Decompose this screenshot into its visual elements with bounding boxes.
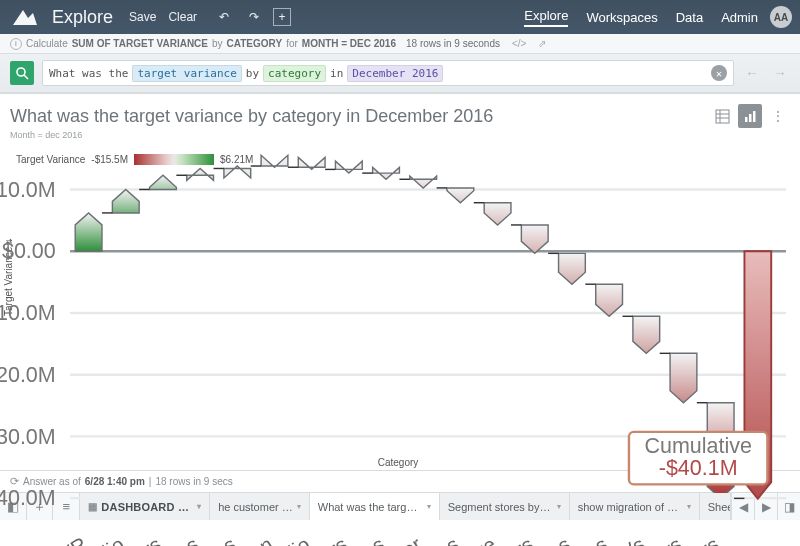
chevron-down-icon[interactable]: ▾: [557, 502, 561, 511]
waterfall-bar[interactable]: [559, 253, 586, 284]
user-avatar[interactable]: AA: [770, 6, 792, 28]
chart-plot[interactable]: $10.0M$0.00-$10.0M-$20.0M-$30.0M-$40.0MC…: [70, 171, 786, 546]
clear-search-icon[interactable]: ✕: [711, 65, 727, 81]
waterfall-bar[interactable]: [373, 167, 400, 179]
waterfall-bar[interactable]: [75, 213, 102, 251]
nav-left-actions: Save Clear: [129, 10, 197, 24]
waterfall-bar[interactable]: [633, 316, 660, 353]
history-forward-icon[interactable]: →: [770, 63, 790, 83]
svg-text:-$20.0M: -$20.0M: [0, 363, 56, 387]
chevron-down-icon[interactable]: ▾: [427, 502, 431, 511]
formula-filter: MONTH = DEC 2016: [302, 38, 396, 49]
x-tick-label: TVs: [606, 533, 648, 546]
svg-point-0: [17, 68, 25, 76]
chevron-down-icon[interactable]: ▾: [687, 502, 691, 511]
dashboard-icon: ▦: [88, 501, 97, 512]
tab-strip: ▦DASHBOARD VIEW▾he customer …▾What was t…: [80, 493, 730, 520]
svg-rect-8: [753, 111, 756, 122]
color-legend: Target Variance -$15.5M $6.21M: [16, 154, 790, 165]
chevron-down-icon[interactable]: ▾: [297, 502, 301, 511]
chart-area: Target Variance -$15.5M $6.21M Target Va…: [0, 146, 800, 470]
add-sheet-icon[interactable]: +: [273, 8, 291, 26]
waterfall-chart[interactable]: Target Variance⇅ $10.0M$0.00-$10.0M-$20.…: [10, 171, 790, 461]
nav-item-data[interactable]: Data: [676, 10, 703, 25]
sheet-tab[interactable]: What was the target…▾: [310, 493, 440, 520]
top-nav: Explore Save Clear ↶ ↷ + ExploreWorkspac…: [0, 0, 800, 34]
formula-by: by: [212, 38, 223, 49]
save-button[interactable]: Save: [129, 10, 156, 24]
app-logo[interactable]: [8, 5, 42, 29]
svg-text:-$10.0M: -$10.0M: [0, 301, 56, 325]
workspace-title: Explore: [52, 7, 113, 28]
sheet-tab[interactable]: show migration of s…▾: [570, 493, 700, 520]
legend-label: Target Variance: [16, 154, 85, 165]
more-options-icon[interactable]: ⋮: [766, 104, 790, 128]
nav-item-explore[interactable]: Explore: [524, 8, 568, 27]
waterfall-bar[interactable]: [224, 166, 251, 178]
formula-measure: SUM OF TARGET VARIANCE: [72, 38, 208, 49]
page-title: What was the target variance by category…: [10, 106, 706, 127]
formula-for: for: [286, 38, 298, 49]
tab-label: What was the target…: [318, 501, 423, 513]
code-icon[interactable]: </>: [512, 38, 526, 49]
share-icon[interactable]: ⇗: [538, 38, 546, 49]
nav-item-admin[interactable]: Admin: [721, 10, 758, 25]
nav-tool-icons: ↶ ↷ +: [213, 6, 291, 28]
waterfall-bar[interactable]: [112, 189, 139, 212]
waterfall-bar[interactable]: [484, 203, 511, 225]
formula-stats: 18 rows in 9 seconds: [406, 38, 500, 49]
nav-sections: ExploreWorkspacesDataAdmin: [524, 8, 758, 27]
chip-dimension[interactable]: category: [263, 65, 326, 82]
waterfall-bar[interactable]: [521, 225, 548, 253]
svg-text:$0.00: $0.00: [2, 239, 56, 263]
svg-text:-$30.0M: -$30.0M: [0, 425, 56, 449]
info-icon[interactable]: i: [10, 38, 22, 50]
tab-label: he customer …: [218, 501, 293, 513]
chip-filter[interactable]: December 2016: [347, 65, 443, 82]
legend-min: -$15.5M: [91, 154, 128, 165]
formula-bar: i Calculate SUM OF TARGET VARIANCE by CA…: [0, 34, 800, 54]
tab-label: show migration of s…: [578, 501, 683, 513]
formula-dimension: CATEGORY: [227, 38, 283, 49]
waterfall-bar[interactable]: [447, 188, 474, 203]
chip-measure[interactable]: target variance: [132, 65, 241, 82]
waterfall-bar[interactable]: [670, 353, 697, 402]
search-button[interactable]: [10, 61, 34, 85]
waterfall-bar[interactable]: [187, 168, 214, 180]
svg-rect-7: [749, 114, 752, 122]
svg-text:-$40.0M: -$40.0M: [0, 486, 56, 510]
waterfall-bar[interactable]: [410, 176, 437, 188]
table-view-icon[interactable]: [710, 104, 734, 128]
search-row: What was the target variance by category…: [0, 54, 800, 94]
sheet-tab[interactable]: ▦DASHBOARD VIEW▾: [80, 493, 210, 520]
nav-item-workspaces[interactable]: Workspaces: [586, 10, 657, 25]
chart-view-icon[interactable]: [738, 104, 762, 128]
chevron-down-icon[interactable]: ▾: [197, 502, 201, 511]
sheet-tab[interactable]: he customer …▾: [210, 493, 310, 520]
bottom-tab-bar: ◧ ＋ ≡ ▦DASHBOARD VIEW▾he customer …▾What…: [0, 492, 800, 520]
search-text: by: [246, 67, 259, 80]
undo-icon[interactable]: ↶: [213, 6, 235, 28]
search-input[interactable]: What was the target variance by category…: [42, 60, 734, 86]
filter-subtitle: Month = dec 2016: [0, 130, 800, 146]
tab-label: Segment stores by s…: [448, 501, 553, 513]
svg-rect-6: [745, 117, 748, 122]
svg-text:-$40.1M: -$40.1M: [659, 456, 738, 480]
search-text: in: [330, 67, 343, 80]
formula-prefix: Calculate: [26, 38, 68, 49]
history-back-icon[interactable]: ←: [742, 63, 762, 83]
svg-text:$10.0M: $10.0M: [0, 178, 56, 202]
search-text: What was the: [49, 67, 128, 80]
waterfall-bar[interactable]: [596, 284, 623, 316]
waterfall-bar[interactable]: [150, 175, 177, 189]
sheet-tab[interactable]: Segment stores by s…▾: [440, 493, 570, 520]
svg-line-1: [24, 75, 28, 79]
x-tick-label: Video Games & VR: [0, 533, 91, 546]
clear-button[interactable]: Clear: [168, 10, 197, 24]
tab-label: DASHBOARD VIEW: [101, 501, 193, 513]
legend-max: $6.21M: [220, 154, 253, 165]
legend-gradient: [134, 154, 214, 165]
redo-icon[interactable]: ↷: [243, 6, 265, 28]
sheet-tab[interactable]: Sheet 1▾: [700, 493, 731, 520]
tab-label: Sheet 1: [708, 501, 731, 513]
